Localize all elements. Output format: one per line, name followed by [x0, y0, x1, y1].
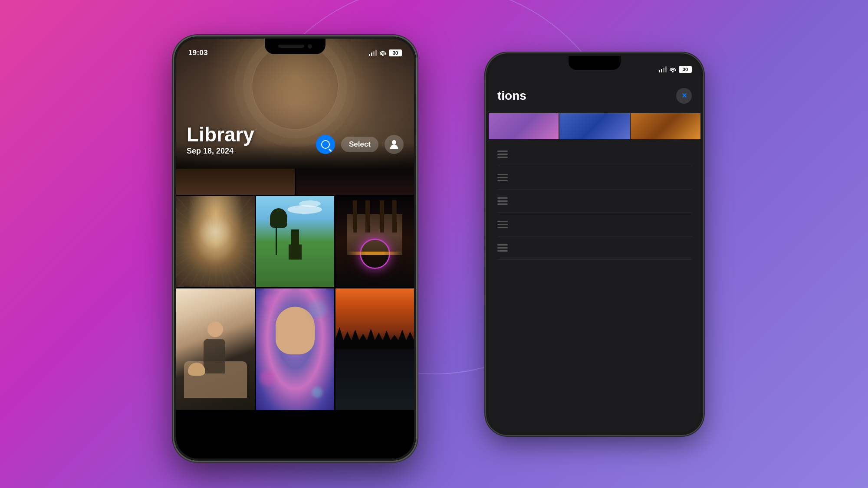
list-item-2[interactable]	[497, 166, 692, 190]
bar	[497, 154, 508, 155]
status-icons: 30	[369, 49, 402, 56]
hamburger-icon-4[interactable]	[497, 221, 508, 228]
photo-cell-sunset[interactable]	[335, 288, 414, 410]
photo-cell-portrait[interactable]	[256, 288, 335, 410]
bar	[497, 250, 508, 252]
bar	[497, 224, 508, 225]
bar	[497, 247, 508, 249]
strip-photo-2[interactable]	[559, 113, 629, 139]
bar	[497, 200, 508, 202]
bar	[497, 221, 508, 222]
bar	[497, 244, 508, 246]
battery-icon: 30	[389, 49, 402, 56]
list-item-3[interactable]	[497, 190, 692, 213]
bar	[497, 157, 508, 158]
hamburger-icon-1[interactable]	[497, 151, 508, 158]
phone2-signal-bars-icon	[659, 66, 667, 72]
person-icon	[390, 140, 398, 149]
hamburger-icon-5[interactable]	[497, 244, 508, 252]
phone1: 19:03 30	[174, 36, 417, 461]
notch-camera	[308, 44, 312, 49]
status-time: 19:03	[188, 49, 208, 57]
grid-row-2	[176, 288, 414, 410]
phone1-screen: 19:03 30	[176, 39, 414, 459]
header-actions: Select	[316, 135, 404, 154]
search-button[interactable]	[316, 135, 335, 154]
notch-speaker	[278, 45, 304, 48]
select-button[interactable]: Select	[341, 137, 378, 152]
phone2-status-icons: 30	[659, 66, 692, 73]
photo-cell-0-2[interactable]	[296, 169, 414, 195]
photo-cell-couch[interactable]	[176, 288, 255, 410]
bar	[497, 227, 508, 228]
phone1-content: 19:03 30	[176, 39, 414, 459]
wifi-icon	[379, 50, 386, 56]
strip-photo-1[interactable]	[489, 113, 559, 139]
phone2-battery-icon: 30	[679, 66, 692, 73]
bar	[497, 177, 508, 178]
search-icon	[321, 140, 330, 149]
wifi-arc-inner	[381, 52, 385, 55]
list-item-5[interactable]	[497, 236, 692, 260]
list-item-1[interactable]	[497, 143, 692, 166]
bar	[497, 151, 508, 152]
strip-photo-3[interactable]	[631, 113, 700, 139]
phone2: 30 tions ✕	[486, 53, 703, 435]
grid-row-0	[176, 169, 414, 195]
strip-photo-1-bg	[489, 113, 559, 139]
phone2-image-strip	[489, 113, 700, 139]
phone2-content: 30 tions ✕	[489, 56, 700, 432]
photo-cell-dome[interactable]	[176, 196, 255, 287]
library-date: Sep 18, 2024	[187, 147, 316, 156]
close-icon: ✕	[681, 92, 687, 100]
phone2-wifi-icon	[669, 66, 676, 72]
bar	[497, 174, 508, 175]
phone2-screen: 30 tions ✕	[489, 56, 700, 432]
header-content: Library Sep 18, 2024 Select	[176, 124, 414, 156]
bar	[497, 203, 508, 205]
hamburger-icon-3[interactable]	[497, 197, 508, 205]
phone2-notch	[569, 56, 621, 70]
phone2-wifi-arc-inner	[671, 69, 674, 71]
close-button[interactable]: ✕	[676, 88, 692, 104]
photo-cell-church[interactable]	[256, 196, 335, 287]
phone2-header: tions ✕	[489, 79, 700, 113]
photo-cell-0-1[interactable]	[176, 169, 295, 195]
phone2-list	[489, 143, 700, 260]
strip-photo-2-bg	[559, 113, 629, 139]
select-button-label: Select	[349, 140, 371, 148]
library-title-block: Library Sep 18, 2024	[187, 124, 316, 156]
list-item-4[interactable]	[497, 213, 692, 236]
library-title: Library	[187, 124, 316, 146]
bar	[497, 180, 508, 181]
scene: 19:03 30	[130, 27, 738, 461]
photo-grid	[176, 169, 414, 459]
signal-bars-icon	[369, 50, 377, 56]
hamburger-icon-2[interactable]	[497, 174, 508, 181]
profile-button[interactable]	[385, 135, 404, 154]
strip-photo-3-bg	[631, 113, 700, 139]
phone2-title: tions	[497, 89, 526, 103]
grid-row-1	[176, 196, 414, 287]
photo-cell-battersea[interactable]	[335, 196, 414, 287]
notch	[265, 39, 326, 54]
bar	[497, 197, 508, 199]
